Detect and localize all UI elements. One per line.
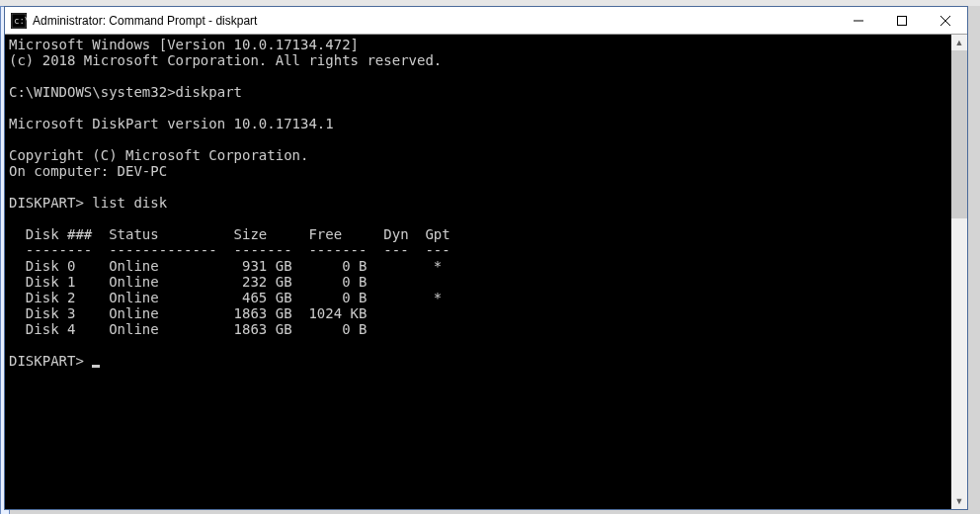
minimize-button[interactable] xyxy=(837,7,880,34)
window-controls xyxy=(837,7,967,34)
terminal-output[interactable]: Microsoft Windows [Version 10.0.17134.47… xyxy=(5,35,951,509)
maximize-button[interactable] xyxy=(880,7,924,34)
client-area: Microsoft Windows [Version 10.0.17134.47… xyxy=(5,35,967,509)
cmd-icon: c:\ xyxy=(11,13,27,29)
titlebar[interactable]: c:\ Administrator: Command Prompt - disk… xyxy=(5,7,967,35)
window-title: Administrator: Command Prompt - diskpart xyxy=(33,14,837,28)
svg-text:c:\: c:\ xyxy=(14,16,27,26)
cursor xyxy=(92,365,100,368)
svg-rect-4 xyxy=(898,16,907,25)
scroll-thumb[interactable] xyxy=(951,50,967,218)
scroll-up-arrow[interactable]: ▲ xyxy=(951,35,967,50)
command-prompt-window: c:\ Administrator: Command Prompt - disk… xyxy=(4,6,968,510)
scroll-down-arrow[interactable]: ▼ xyxy=(951,493,967,509)
close-button[interactable] xyxy=(924,7,967,34)
vertical-scrollbar[interactable]: ▲ ▼ xyxy=(951,35,967,509)
prompt: DISKPART> xyxy=(9,353,92,369)
